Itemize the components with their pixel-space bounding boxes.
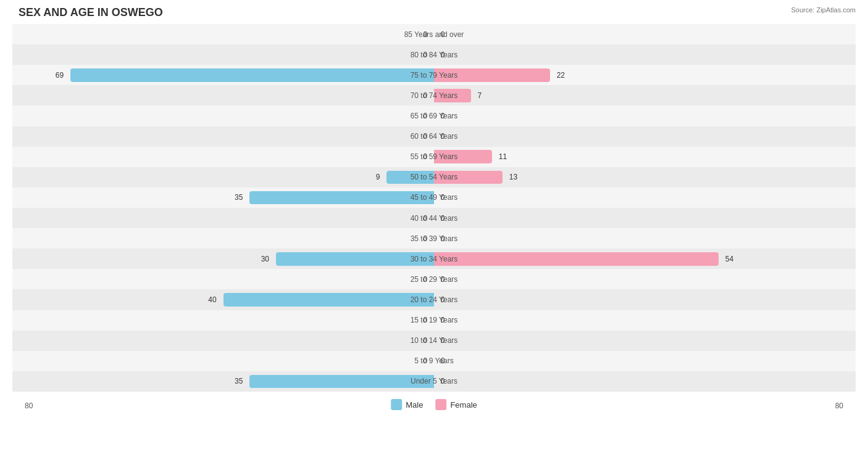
legend-container: Male Female	[391, 399, 477, 410]
row-inner: Under 5 Years350	[12, 371, 856, 392]
male-value-label: 0	[423, 132, 430, 141]
female-value-label: 7	[475, 91, 482, 100]
female-label: Female	[450, 400, 477, 410]
female-value-label: 0	[438, 316, 445, 324]
row-label: 5 to 9 Years	[414, 356, 453, 365]
row-label: 25 to 29 Years	[411, 275, 458, 284]
male-bar	[223, 293, 435, 307]
male-value-label: 0	[423, 152, 430, 161]
male-bar	[249, 191, 434, 205]
bar-row: 25 to 29 Years00	[12, 269, 856, 289]
bar-row: 80 to 84 Years00	[12, 44, 856, 65]
row-inner: 45 to 49 Years350	[12, 187, 856, 208]
male-value-label: 35	[235, 377, 245, 385]
row-inner: 80 to 84 Years00	[12, 44, 856, 65]
bar-row: 20 to 24 Years400	[12, 289, 856, 310]
bar-row: 30 to 34 Years3054	[12, 249, 856, 269]
male-value-label: 0	[423, 316, 430, 324]
male-value-label: 0	[423, 336, 430, 345]
male-value-label: 40	[208, 295, 219, 304]
row-inner: 35 to 39 Years00	[12, 228, 856, 249]
row-inner: 55 to 59 Years011	[12, 147, 856, 167]
row-label: 40 to 44 Years	[411, 214, 458, 223]
row-inner: 75 to 79 Years6922	[12, 65, 856, 85]
male-value-label: 0	[423, 30, 430, 39]
male-bar	[386, 171, 434, 184]
bar-row: 50 to 54 Years913	[12, 167, 856, 187]
bar-row: 60 to 64 Years00	[12, 126, 856, 147]
female-value-label: 0	[438, 112, 445, 120]
female-bar	[434, 150, 492, 163]
female-value-label: 0	[438, 30, 445, 39]
row-label: 80 to 84 Years	[411, 51, 458, 59]
female-value-label: 0	[438, 214, 445, 223]
bar-row: 15 to 19 Years00	[12, 310, 856, 331]
male-label: Male	[406, 400, 423, 410]
male-bar	[249, 375, 434, 389]
axis-label-right: 80	[835, 401, 843, 410]
row-inner: 50 to 54 Years913	[12, 167, 856, 187]
chart-area: 85 Years and over0080 to 84 Years0075 to…	[12, 24, 856, 413]
bar-row: 5 to 9 Years00	[12, 351, 856, 371]
female-value-label: 0	[438, 275, 445, 284]
bar-row: Under 5 Years350	[12, 371, 856, 392]
row-inner: 85 Years and over00	[12, 24, 856, 44]
row-label: 10 to 14 Years	[411, 336, 458, 345]
row-inner: 15 to 19 Years00	[12, 310, 856, 331]
male-value-label: 0	[423, 51, 430, 59]
female-value-label: 0	[438, 193, 445, 202]
legend-female: Female	[435, 399, 477, 410]
row-label: 15 to 19 Years	[411, 316, 458, 324]
row-label: 85 Years and over	[404, 30, 464, 39]
male-value-label: 0	[423, 234, 430, 243]
female-value-label: 54	[723, 255, 733, 263]
male-value-label: 0	[423, 275, 430, 284]
male-bar	[276, 252, 434, 266]
female-value-label: 0	[438, 377, 445, 385]
female-value-label: 11	[496, 152, 507, 161]
female-swatch	[435, 399, 446, 410]
bar-row: 10 to 14 Years00	[12, 331, 856, 351]
row-inner: 10 to 14 Years00	[12, 331, 856, 351]
legend-male: Male	[391, 399, 423, 410]
row-label: 35 to 39 Years	[411, 234, 458, 243]
row-label: 60 to 64 Years	[411, 132, 458, 141]
row-inner: 20 to 24 Years400	[12, 289, 856, 310]
row-inner: 30 to 34 Years3054	[12, 249, 856, 269]
bar-row: 45 to 49 Years350	[12, 187, 856, 208]
row-inner: 65 to 69 Years00	[12, 105, 856, 126]
male-value-label: 35	[235, 193, 245, 202]
row-inner: 40 to 44 Years00	[12, 208, 856, 228]
male-value-label: 69	[56, 71, 66, 80]
female-value-label: 0	[438, 132, 445, 141]
female-value-label: 0	[438, 295, 445, 304]
female-bar	[434, 252, 719, 266]
rows-container: 85 Years and over0080 to 84 Years0075 to…	[12, 24, 856, 392]
female-value-label: 13	[507, 173, 517, 181]
chart-title: SEX AND AGE IN OSWEGO	[12, 6, 856, 19]
bar-row: 40 to 44 Years00	[12, 208, 856, 228]
male-value-label: 0	[423, 112, 430, 120]
male-value-label: 0	[423, 214, 430, 223]
bar-row: 55 to 59 Years011	[12, 147, 856, 167]
male-value-label: 9	[376, 173, 383, 181]
bar-row: 85 Years and over00	[12, 24, 856, 44]
bar-row: 70 to 74 Years07	[12, 85, 856, 105]
female-bar	[434, 68, 550, 82]
male-value-label: 0	[423, 91, 430, 100]
bar-row: 75 to 79 Years6922	[12, 65, 856, 85]
row-inner: 5 to 9 Years00	[12, 351, 856, 371]
source-text: Source: ZipAtlas.com	[791, 6, 856, 14]
female-bar	[434, 171, 503, 184]
female-value-label: 0	[438, 356, 445, 365]
female-bar	[434, 89, 471, 102]
female-value-label: 0	[438, 51, 445, 59]
row-inner: 25 to 29 Years00	[12, 269, 856, 289]
row-label: 65 to 69 Years	[411, 112, 458, 120]
male-swatch	[391, 399, 402, 410]
axis-label-left: 80	[25, 401, 33, 410]
male-bar	[70, 68, 434, 82]
bar-row: 65 to 69 Years00	[12, 105, 856, 126]
male-value-label: 0	[423, 356, 430, 365]
male-value-label: 30	[261, 255, 272, 263]
